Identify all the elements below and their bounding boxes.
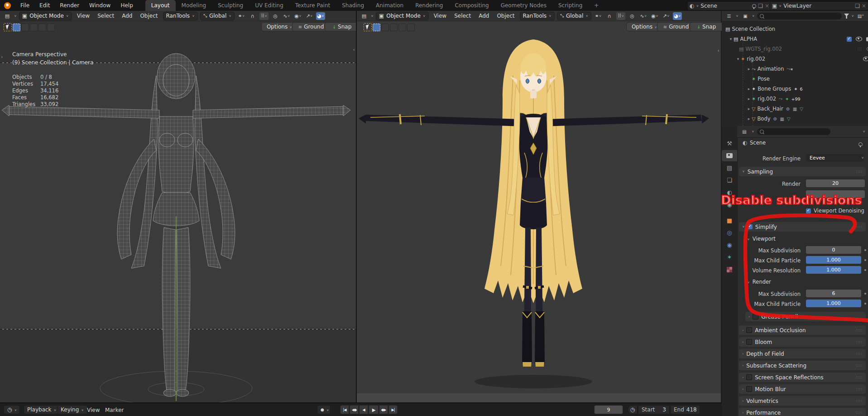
- close-icon[interactable]: ×: [862, 3, 866, 9]
- tab-physics-icon[interactable]: ◎: [722, 227, 737, 238]
- outliner-item-alpha[interactable]: ▾ ▤ ALPHA: [722, 34, 868, 44]
- drag-dots-icon[interactable]: ∷∷: [857, 340, 863, 344]
- expand-caret-icon[interactable]: ▸: [746, 106, 752, 111]
- jump-to-end-button[interactable]: ▶|: [388, 405, 398, 414]
- tab-layout[interactable]: Layout: [145, 0, 176, 11]
- animate-dot-icon[interactable]: [864, 293, 866, 295]
- hide-eye-icon[interactable]: [863, 57, 868, 61]
- options-dropdown[interactable]: Options∨: [627, 23, 662, 31]
- simplify-panel-header[interactable]: ∨ Simplify ∷∷: [739, 222, 866, 232]
- outliner-item-wgts-rig[interactable]: ▤ WGTS_rig.002: [722, 44, 868, 54]
- filter-icon[interactable]: [844, 14, 849, 19]
- show-object-types-icon[interactable]: ◉∨: [293, 12, 302, 20]
- outliner-item-bone-groups[interactable]: ▸ ✦ Bone Groups ✦6: [722, 84, 868, 94]
- select-mode-icon[interactable]: [407, 24, 415, 31]
- viewport-max-subdivision-field[interactable]: 0: [806, 246, 861, 254]
- expand-caret-icon[interactable]: ▸: [746, 97, 752, 101]
- tab-geometry-nodes[interactable]: Geometry Nodes: [495, 0, 552, 11]
- pin-icon[interactable]: [858, 142, 863, 146]
- outliner-item-scene-collection[interactable]: ▤ Scene Collection: [722, 24, 868, 34]
- ground-toggle-button[interactable]: ≋Ground: [293, 23, 330, 31]
- select-mode-icon[interactable]: [38, 24, 46, 31]
- sidebar-toggle-arrow[interactable]: ‹: [353, 47, 355, 53]
- tab-render-icon[interactable]: [722, 150, 737, 161]
- menu-file[interactable]: File: [15, 0, 34, 11]
- view-layer-selector[interactable]: ▣∨ ViewLayer ❏ ×: [770, 1, 868, 10]
- falloff-curve-icon[interactable]: ∿∨: [639, 12, 648, 20]
- expand-caret-icon[interactable]: ▾: [735, 57, 741, 61]
- volumetrics-panel[interactable]: › Volumetrics∷∷: [739, 396, 866, 406]
- gizmos-icon[interactable]: ↗∨: [305, 12, 314, 20]
- hide-eye-icon[interactable]: [856, 37, 862, 41]
- subsurface-scattering-panel[interactable]: › Subsurface Scattering∷∷: [739, 361, 866, 370]
- ambient-occlusion-checkbox[interactable]: [746, 327, 752, 333]
- select-tool-icon[interactable]: [364, 23, 372, 31]
- tab-compositing[interactable]: Compositing: [449, 0, 494, 11]
- viewport-denoising-checkbox[interactable]: [806, 208, 811, 213]
- drag-dots-icon[interactable]: ∷∷: [857, 352, 863, 356]
- select-box-icon[interactable]: [373, 24, 380, 31]
- tab-sculpting[interactable]: Sculpting: [212, 0, 249, 11]
- volume-resolution-slider[interactable]: 1.000: [806, 266, 861, 274]
- proportional-editing-icon[interactable]: ◎: [271, 12, 280, 20]
- close-icon[interactable]: ×: [765, 3, 769, 9]
- menu-object[interactable]: Object: [494, 13, 517, 19]
- blender-logo-icon[interactable]: [4, 2, 11, 9]
- editor-type-icon[interactable]: ▤: [3, 12, 12, 20]
- render-max-child-particle-slider[interactable]: 1.000: [806, 300, 861, 307]
- menu-select[interactable]: Select: [451, 13, 474, 19]
- properties-search-input[interactable]: [757, 128, 830, 135]
- drag-dots-icon[interactable]: ∷∷: [857, 363, 863, 368]
- current-frame-field[interactable]: 9: [594, 405, 623, 414]
- menu-help[interactable]: Help: [115, 0, 138, 11]
- bloom-checkbox[interactable]: [746, 339, 752, 345]
- menu-add[interactable]: Add: [476, 13, 492, 19]
- animate-dot-icon[interactable]: [864, 303, 866, 305]
- record-button[interactable]: ●∨: [317, 405, 331, 414]
- tab-animation[interactable]: Animation: [370, 0, 409, 11]
- bloom-panel[interactable]: › Bloom∷∷: [739, 337, 866, 347]
- playback-menu[interactable]: Playback∨: [24, 405, 60, 414]
- outliner-item-back-hair[interactable]: ▸ ▽ Back_Hair ⚙ ▦ ▽: [722, 104, 868, 114]
- expand-caret-icon[interactable]: ▸: [746, 67, 752, 71]
- add-workspace-button[interactable]: +: [588, 0, 604, 11]
- tab-object-data-icon[interactable]: ✶: [722, 252, 737, 263]
- snap-magnet-icon[interactable]: ∩: [248, 12, 257, 20]
- drag-dots-icon[interactable]: ∷∷: [857, 387, 863, 392]
- depth-of-field-panel[interactable]: › Depth of Field∷∷: [739, 349, 866, 358]
- rantools-dropdown[interactable]: RanTools∨: [520, 12, 555, 20]
- drag-dots-icon[interactable]: ∷∷: [857, 169, 863, 174]
- drag-dots-icon[interactable]: ∷∷: [857, 375, 863, 380]
- falloff-curve-icon[interactable]: ∿∨: [282, 12, 291, 20]
- overlays-shading-icon[interactable]: ◕∨: [673, 12, 682, 20]
- expand-caret-icon[interactable]: ▾: [728, 37, 734, 41]
- select-mode-icon[interactable]: [398, 24, 406, 31]
- rantools-dropdown[interactable]: RanTools∨: [163, 12, 198, 20]
- tab-uv-editing[interactable]: UV Editing: [249, 0, 289, 11]
- editor-type-icon[interactable]: ☰: [724, 12, 734, 20]
- ambient-occlusion-panel[interactable]: › Ambient Occlusion∷∷: [739, 325, 866, 335]
- samples-render-field[interactable]: 20: [806, 179, 865, 187]
- motion-blur-checkbox[interactable]: [746, 386, 752, 392]
- editor-type-icon[interactable]: ▤: [360, 12, 369, 20]
- snap-magnet-icon[interactable]: ∩: [605, 12, 614, 20]
- drag-dots-icon[interactable]: ∷∷: [857, 328, 863, 333]
- tab-tool-icon[interactable]: ⚒: [722, 138, 737, 149]
- tab-scripting[interactable]: Scripting: [552, 0, 588, 11]
- outliner-item-rig-data[interactable]: ▸ ✶ rig.002 ⤳ ✦+99: [722, 94, 868, 104]
- tab-shading[interactable]: Shading: [336, 0, 370, 11]
- tab-texture-paint[interactable]: Texture Paint: [289, 0, 336, 11]
- select-tool-icon[interactable]: [4, 23, 12, 31]
- collection-checkbox[interactable]: [857, 46, 863, 52]
- options-dropdown[interactable]: Options∨: [262, 23, 297, 31]
- scene-selector[interactable]: ◐∨ Scene ❏ ×: [687, 1, 772, 10]
- menu-add[interactable]: Add: [119, 13, 135, 19]
- grease-pencil-panel[interactable]: › Grease Pencil: [745, 312, 866, 321]
- proportional-editing-icon[interactable]: ◎: [628, 12, 637, 20]
- motion-blur-panel[interactable]: › Motion Blur∷∷: [739, 384, 866, 394]
- sampling-panel-header[interactable]: ∨ Sampling ∷∷: [739, 167, 866, 176]
- snap-toggle-button[interactable]: ↓Snap: [325, 23, 359, 31]
- snap-target-icon[interactable]: ⚭∨: [237, 12, 246, 20]
- frame-start-field[interactable]: Start3: [638, 405, 670, 414]
- new-collection-icon[interactable]: ▤⁺: [856, 12, 865, 20]
